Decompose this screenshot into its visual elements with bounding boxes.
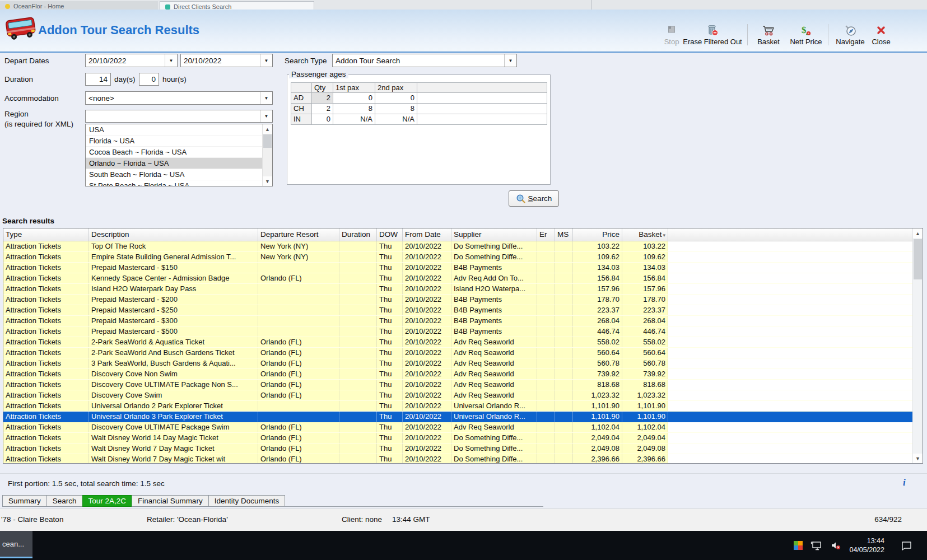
depart-date-from-combo[interactable]: 20/10/2022 ▼	[85, 54, 178, 67]
passenger-cell[interactable]: 2	[312, 93, 333, 104]
results-table-header[interactable]: TypeDescriptionDeparture ResortDurationD…	[3, 228, 923, 241]
region-option[interactable]: St Pete Beach ~ Florida ~ USA	[86, 180, 272, 186]
column-header-ms[interactable]: MS	[555, 228, 573, 241]
taskbar-clock[interactable]: 13:44 04/05/2022	[849, 536, 884, 554]
passenger-cell[interactable]	[417, 114, 547, 125]
region-scrollbar[interactable]: ▲ ▼	[262, 124, 272, 186]
result-row[interactable]: Attraction TicketsEmpire State Building …	[3, 252, 923, 263]
result-cell-filler	[668, 326, 923, 337]
tray-app-icon[interactable]	[794, 541, 803, 550]
window-tab-home[interactable]: OceanFlor - Home	[0, 1, 157, 10]
result-row[interactable]: Attraction TicketsDiscovery Cove ULTIMAT…	[3, 422, 923, 433]
result-row[interactable]: Attraction TicketsPrepaid Mastercard - $…	[3, 326, 923, 337]
chevron-down-icon[interactable]: ▼	[260, 92, 272, 104]
result-cell: Thu	[377, 454, 403, 464]
result-row[interactable]: Attraction TicketsKennedy Space Center -…	[3, 273, 923, 284]
column-header-type[interactable]: Type	[3, 228, 89, 241]
passenger-cell[interactable]: 8	[375, 104, 417, 114]
column-header-departure-resort[interactable]: Departure Resort	[258, 228, 339, 241]
results-scrollbar[interactable]: ▲ ▼	[912, 228, 923, 463]
result-cell: 20/10/2022	[403, 390, 451, 400]
basket-button[interactable]: Basket	[749, 24, 788, 46]
search-button[interactable]: Search	[509, 190, 559, 207]
nett-price-button[interactable]: $Nett Price	[784, 24, 828, 46]
result-row[interactable]: Attraction TicketsDiscovery Cove Non Swi…	[3, 369, 923, 380]
scroll-down-icon[interactable]: ▼	[263, 176, 272, 186]
erase-filtered-out-button[interactable]: Erase Filtered Out	[678, 24, 747, 46]
chevron-down-icon[interactable]: ▼	[504, 54, 516, 67]
region-option[interactable]: Orlando ~ Florida ~ USA	[86, 158, 272, 169]
chevron-down-icon[interactable]: ▼	[260, 110, 272, 122]
result-cell: Attraction Tickets	[3, 454, 89, 464]
passenger-cell[interactable]: 8	[333, 104, 375, 114]
depart-date-to-combo[interactable]: 20/10/2022 ▼	[180, 54, 273, 67]
region-listbox[interactable]: USAFlorida ~ USACocoa Beach ~ Florida ~ …	[85, 124, 273, 186]
result-row[interactable]: Attraction Tickets2-Park SeaWorld And Bu…	[3, 348, 923, 358]
passenger-cell[interactable]: 0	[312, 114, 333, 125]
column-header-price[interactable]: Price	[573, 228, 622, 241]
result-row[interactable]: Attraction TicketsWalt Disney World 14 D…	[3, 433, 923, 444]
result-row[interactable]: Attraction TicketsWalt Disney World 7 Da…	[3, 454, 923, 464]
result-row[interactable]: Attraction Tickets3 Park SeaWorld, Busch…	[3, 358, 923, 369]
scroll-down-icon[interactable]: ▼	[913, 454, 923, 463]
result-row[interactable]: Attraction TicketsPrepaid Mastercard - $…	[3, 295, 923, 305]
tab-financial-summary[interactable]: Financial Summary	[132, 495, 209, 507]
column-header-basket[interactable]: Basket▾	[622, 228, 668, 241]
passenger-ages-group: Qty1st pax2nd paxAD200CH288IN0N/AN/A	[287, 74, 551, 185]
result-row[interactable]: Attraction TicketsTop Of The RockNew Yor…	[3, 241, 923, 252]
result-row[interactable]: Attraction TicketsPrepaid Mastercard - $…	[3, 263, 923, 273]
chevron-down-icon[interactable]: ▼	[165, 54, 177, 67]
passenger-cell[interactable]	[417, 93, 547, 104]
network-icon[interactable]	[810, 540, 822, 550]
passenger-cell[interactable]: N/A	[333, 114, 375, 125]
result-row[interactable]: Attraction TicketsWalt Disney World 7 Da…	[3, 444, 923, 454]
passenger-cell[interactable]: 0	[333, 93, 375, 104]
tab-identity-documents[interactable]: Identity Documents	[208, 495, 286, 507]
passenger-cell[interactable]	[417, 104, 547, 114]
navigate-button[interactable]: Navigate	[830, 24, 870, 46]
tab-tour-2a-2c[interactable]: Tour 2A,2C	[82, 495, 133, 507]
column-header-description[interactable]: Description	[89, 228, 258, 241]
action-center-icon[interactable]	[900, 540, 912, 550]
column-header-duration[interactable]: Duration	[339, 228, 377, 241]
result-row[interactable]: Attraction TicketsPrepaid Mastercard - $…	[3, 316, 923, 326]
search-type-combo[interactable]: Addon Tour Search ▼	[332, 54, 517, 67]
accommodation-combo[interactable]: <none> ▼	[85, 91, 273, 105]
scroll-up-icon[interactable]: ▲	[263, 124, 272, 134]
result-row[interactable]: Attraction TicketsIsland H2O Waterpark D…	[3, 284, 923, 295]
passenger-cell[interactable]: N/A	[375, 114, 417, 125]
close-button[interactable]: Close	[867, 24, 895, 46]
result-row[interactable]: Attraction TicketsUniversal Orlando 3 Pa…	[3, 412, 923, 422]
duration-hours-input[interactable]: 0	[139, 73, 159, 86]
duration-days-input[interactable]: 14	[85, 73, 111, 86]
window-tab-direct-clients-search[interactable]: Direct Clients Search	[160, 1, 314, 10]
column-header-dow[interactable]: DOW	[377, 228, 403, 241]
result-row[interactable]: Attraction TicketsDiscovery Cove SwimOrl…	[3, 390, 923, 401]
result-cell	[555, 390, 573, 400]
scroll-up-icon[interactable]: ▲	[913, 228, 923, 238]
result-row[interactable]: Attraction Tickets2-Park SeaWorld & Aqua…	[3, 337, 923, 348]
region-option[interactable]: Florida ~ USA	[86, 136, 272, 147]
result-cell	[537, 390, 555, 400]
result-row[interactable]: Attraction TicketsUniversal Orlando 2 Pa…	[3, 401, 923, 412]
region-option[interactable]: Cocoa Beach ~ Florida ~ USA	[86, 147, 272, 158]
taskbar-app-button[interactable]: cean...	[0, 531, 32, 558]
info-icon[interactable]: i	[903, 477, 906, 488]
result-row[interactable]: Attraction TicketsPrepaid Mastercard - $…	[3, 305, 923, 316]
region-combo[interactable]: ▼	[85, 110, 273, 123]
result-row[interactable]: Attraction TicketsDiscovery Cove ULTIMAT…	[3, 380, 923, 390]
tab-summary[interactable]: Summary	[2, 495, 47, 507]
column-header-from-date[interactable]: From Date	[403, 228, 451, 241]
volume-muted-icon[interactable]	[830, 540, 841, 550]
chevron-down-icon[interactable]: ▼	[260, 54, 272, 67]
column-header-er[interactable]: Er	[537, 228, 555, 241]
column-header-supplier[interactable]: Supplier	[451, 228, 537, 241]
passenger-cell[interactable]: 0	[375, 93, 417, 104]
region-option[interactable]: USA	[86, 124, 272, 136]
result-cell	[537, 316, 555, 326]
scrollbar-thumb[interactable]	[263, 134, 272, 148]
region-option[interactable]: South Beach ~ Florida ~ USA	[86, 169, 272, 180]
passenger-cell[interactable]: 2	[312, 104, 333, 114]
scrollbar-thumb[interactable]	[914, 239, 922, 279]
tab-search[interactable]: Search	[46, 495, 83, 507]
